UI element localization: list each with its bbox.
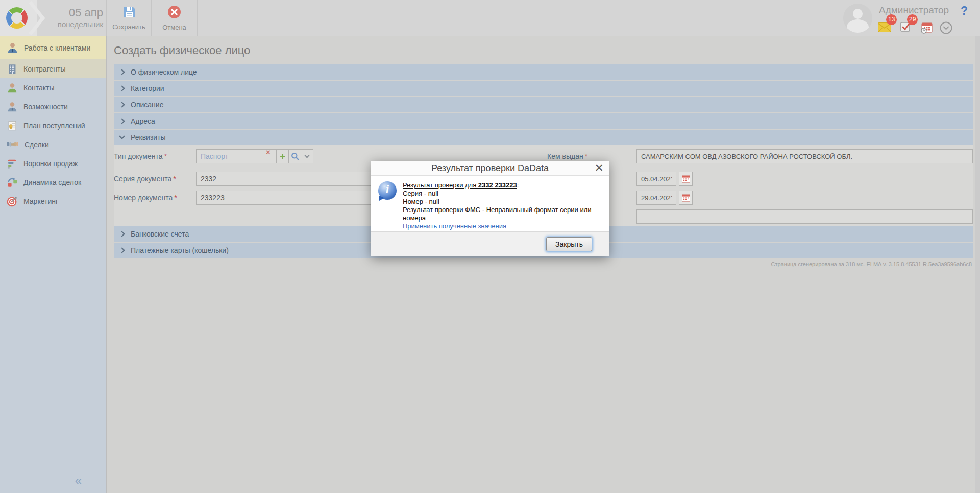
- sidebar-item-label: Возможности: [23, 103, 68, 111]
- opportunity-person-icon: [7, 101, 18, 112]
- dadata-result-modal: Результат проверки DaData ✕ Результат пр…: [371, 161, 609, 256]
- save-button-label: Сохранить: [107, 23, 151, 31]
- sidebar-item-label: Воронки продаж: [23, 159, 78, 168]
- tasks-badge[interactable]: 29: [907, 14, 918, 25]
- modal-body: Результат проверки для 2332 233223: Сери…: [371, 176, 609, 231]
- section-addresses[interactable]: Адреса: [114, 113, 973, 129]
- dynamics-arrow-icon: [7, 177, 18, 188]
- handshake-icon: [7, 139, 19, 150]
- chevron-right-icon: [119, 231, 125, 237]
- series-result-line: Серия - null: [403, 190, 602, 198]
- sidebar-footer: «: [0, 469, 106, 493]
- issued-by-label: Кем выдан*: [547, 152, 587, 160]
- floppy-disk-icon: [122, 5, 136, 18]
- fms-result-line: Результат проверки ФМС - Неправильный фо…: [403, 206, 602, 222]
- clear-value-icon[interactable]: ✕: [265, 149, 271, 156]
- sidebar-item-label: Динамика сделок: [23, 178, 81, 186]
- page-title: Создать физическое лицо: [114, 44, 250, 57]
- client-person-icon: [7, 42, 18, 54]
- chevron-right-icon: [119, 69, 125, 75]
- close-icon[interactable]: ✕: [595, 162, 604, 174]
- help-button[interactable]: ?: [961, 4, 968, 18]
- chevron-right-icon: [119, 85, 125, 91]
- avatar[interactable]: [843, 4, 872, 33]
- issue-date-input[interactable]: [636, 172, 676, 186]
- sidebar-item-income-plan[interactable]: План поступлений: [0, 116, 106, 135]
- doc-type-input[interactable]: [196, 149, 277, 163]
- valid-until-calendar-button[interactable]: [679, 191, 693, 205]
- add-button[interactable]: +: [276, 149, 289, 163]
- cancel-x-icon: [167, 5, 181, 19]
- calendar-icon: [682, 175, 690, 183]
- apply-values-link[interactable]: Применить полученные значения: [403, 222, 602, 230]
- main-content: Создать физическое лицо О физическом лиц…: [106, 36, 975, 493]
- chevron-down-circle-icon[interactable]: [940, 21, 952, 34]
- sidebar-item-clients[interactable]: Работа с клиентами: [0, 36, 106, 59]
- doc-number-label: Номер документа*: [114, 194, 177, 202]
- section-categories[interactable]: Категории: [114, 81, 973, 96]
- date-day: 05 апр: [44, 6, 103, 20]
- modal-close-button[interactable]: Закрыть: [546, 237, 592, 251]
- top-bar: 05 апр понедельник Сохранить Отмена: [0, 0, 980, 36]
- sidebar-item-deal-dynamics[interactable]: Динамика сделок: [0, 173, 106, 192]
- sidebar-item-counterparties[interactable]: Контрагенты: [0, 59, 106, 78]
- modal-title: Результат проверки DaData: [431, 163, 549, 173]
- check-result-heading[interactable]: Результат проверки для 2332 233223:: [403, 181, 602, 190]
- building-icon: [7, 63, 18, 75]
- section-description[interactable]: Описание: [114, 97, 973, 112]
- issue-date-calendar-button[interactable]: [679, 172, 693, 186]
- cancel-button-label: Отмена: [152, 24, 197, 31]
- doc-type-label: Тип документа*: [114, 152, 167, 160]
- section-about-person[interactable]: О физическом лице: [114, 64, 973, 80]
- chevron-right-icon: [119, 102, 125, 107]
- sidebar-item-sales-funnels[interactable]: Воронки продаж: [0, 154, 106, 173]
- date-weekday: понедельник: [44, 20, 103, 30]
- funnel-bars-icon: [7, 158, 18, 169]
- sidebar-item-marketing[interactable]: Маркетинг: [0, 192, 106, 210]
- sidebar-item-opportunities[interactable]: Возможности: [0, 97, 106, 116]
- doc-type-lookup: +: [196, 149, 313, 163]
- sidebar-item-label: План поступлений: [23, 122, 85, 130]
- marketing-target-icon: [7, 196, 18, 207]
- mail-badge[interactable]: 13: [886, 14, 897, 25]
- sidebar-item-label: Контрагенты: [23, 65, 65, 73]
- doc-series-input[interactable]: [196, 172, 378, 186]
- doc-series-label: Серия документа*: [114, 175, 176, 183]
- issued-by-input[interactable]: [636, 149, 973, 163]
- sidebar-item-label: Работа с клиентами: [24, 44, 90, 52]
- right-edge-strip: [975, 36, 980, 493]
- chevron-right-icon: [119, 247, 125, 253]
- elma-logo-icon: [6, 7, 28, 29]
- toolbar-divider: [197, 0, 198, 36]
- modal-title-bar: Результат проверки DaData ✕: [371, 161, 609, 176]
- section-requisites[interactable]: Реквизиты: [114, 130, 973, 145]
- calendar-icon: [682, 194, 690, 202]
- sidebar-item-label: Сделки: [24, 140, 49, 149]
- info-icon: [378, 181, 397, 200]
- chevron-down-icon: [305, 153, 310, 158]
- valid-until-input[interactable]: [636, 191, 676, 205]
- dropdown-button[interactable]: [301, 149, 313, 163]
- search-button[interactable]: [288, 149, 301, 163]
- chevron-right-icon: [119, 118, 125, 124]
- sidebar-item-label: Контакты: [23, 84, 54, 92]
- search-icon: [291, 152, 299, 160]
- sidebar-collapse-button[interactable]: «: [75, 474, 82, 488]
- header-chevron-divider: [29, 0, 46, 36]
- contact-person-icon: [7, 82, 18, 93]
- cancel-button[interactable]: Отмена: [152, 0, 197, 36]
- extra-field-input[interactable]: [636, 209, 973, 224]
- chevron-down-icon: [119, 133, 125, 139]
- number-result-line: Номер - null: [403, 198, 602, 206]
- sidebar-item-deals[interactable]: Сделки: [0, 135, 106, 154]
- income-plan-icon: [7, 120, 18, 131]
- doc-number-input[interactable]: [196, 191, 378, 205]
- app-root: 05 апр понедельник Сохранить Отмена: [0, 0, 980, 493]
- calendar-icon[interactable]: [920, 22, 933, 34]
- modal-message: Результат проверки для 2332 233223: Сери…: [403, 181, 602, 230]
- save-button[interactable]: Сохранить: [107, 0, 151, 36]
- sidebar: Работа с клиентами Контрагенты Контакты: [0, 36, 106, 493]
- sidebar-item-contacts[interactable]: Контакты: [0, 78, 106, 97]
- sidebar-item-label: Маркетинг: [23, 197, 58, 205]
- toolbar-divider: [955, 0, 955, 36]
